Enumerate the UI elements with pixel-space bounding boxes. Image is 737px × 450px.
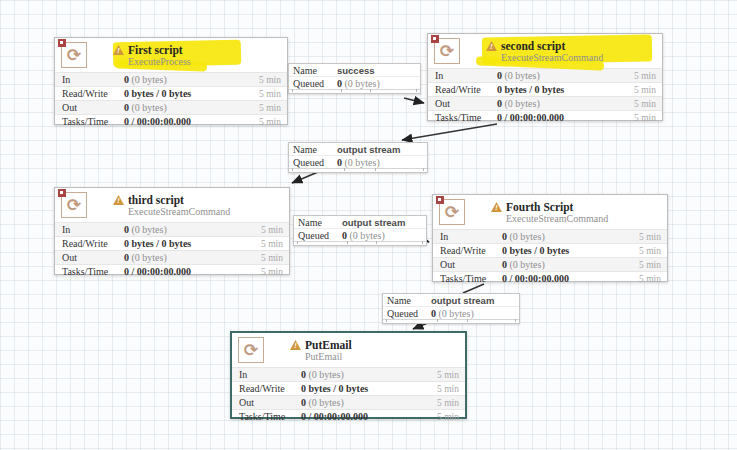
stat-row-tasks: Tasks/Time 0 / 00:00:00.000 5 min — [55, 264, 289, 278]
processor-title: Fourth Script — [506, 201, 573, 213]
queue-size-bar — [289, 168, 427, 172]
processor-second-script[interactable]: ⟳ ! second script ExecuteStreamCommand I… — [427, 33, 663, 121]
stat-row-in: In 0 (0 bytes) 5 min — [232, 367, 465, 381]
warning-icon: ! — [113, 195, 124, 205]
processor-header: ⟳ ! second script ExecuteStreamCommand — [428, 34, 662, 68]
processor-title: second script — [501, 40, 565, 52]
stat-row-in: In 0 (0 bytes) 5 min — [55, 222, 289, 236]
connection-label-output-stream-1[interactable]: Name output stream Queued 0 (0 bytes) — [288, 142, 428, 173]
warning-icon: ! — [486, 41, 497, 51]
stat-row-tasks: Tasks/Time 0 / 00:00:00.000 5 min — [428, 110, 662, 124]
processor-type: PutEmail — [305, 351, 465, 362]
processor-header: ⟳ ! PutEmail PutEmail — [232, 333, 465, 367]
processor-fourth-script[interactable]: ⟳ ! Fourth Script ExecuteStreamCommand I… — [432, 194, 668, 282]
stat-row-out: Out 0 (0 bytes) 5 min — [55, 250, 289, 264]
processor-header: ⟳ ! Fourth Script ExecuteStreamCommand — [433, 195, 667, 229]
processor-title: third script — [128, 194, 184, 206]
arrow-second-to-label[interactable] — [402, 124, 497, 140]
connection-label-output-stream-3[interactable]: Name output stream Queued 0 (0 bytes) — [382, 293, 520, 324]
processor-putemail[interactable]: ⟳ ! PutEmail PutEmail In 0 (0 bytes) 5 m… — [230, 331, 467, 419]
stat-row-tasks: Tasks/Time 0 / 00:00:00.000 5 min — [433, 271, 667, 285]
processor-title: PutEmail — [305, 339, 352, 351]
queue-size-bar — [289, 89, 420, 93]
queue-size-bar — [383, 319, 519, 323]
arrow-label-to-second[interactable] — [404, 98, 424, 103]
processor-header: ⟳ ! third script ExecuteStreamCommand — [55, 188, 289, 222]
processor-type: ExecuteStreamCommand — [128, 206, 289, 217]
arrow-fourth-to-label[interactable] — [463, 284, 484, 293]
processor-third-script[interactable]: ⟳ ! third script ExecuteStreamCommand In… — [54, 187, 290, 275]
stat-row-readwrite: Read/Write 0 bytes / 0 bytes 5 min — [55, 236, 289, 250]
processor-first-script[interactable]: ⟳ ! First script ExecuteProcess In 0 (0 … — [54, 37, 288, 125]
stat-row-out: Out 0 (0 bytes) 5 min — [55, 100, 287, 114]
stat-row-in: In 0 (0 bytes) 5 min — [428, 68, 662, 82]
queue-size-bar — [294, 241, 426, 245]
warning-icon: ! — [491, 202, 502, 212]
connection-label-success[interactable]: Name success Queued 0 (0 bytes) — [288, 63, 421, 94]
stat-row-out: Out 0 (0 bytes) 5 min — [428, 96, 662, 110]
processor-header: ⟳ ! First script ExecuteProcess — [55, 38, 287, 72]
stat-row-tasks: Tasks/Time 0 / 00:00:00.000 5 min — [232, 409, 465, 423]
stat-row-in: In 0 (0 bytes) 5 min — [433, 229, 667, 243]
stat-row-out: Out 0 (0 bytes) 5 min — [232, 395, 465, 409]
processor-type: ExecuteProcess — [128, 56, 287, 67]
stat-row-tasks: Tasks/Time 0 / 00:00:00.000 5 min — [55, 114, 287, 128]
nifi-flow-canvas[interactable]: ⟳ ! First script ExecuteProcess In 0 (0 … — [0, 0, 737, 450]
stat-row-readwrite: Read/Write 0 bytes / 0 bytes 5 min — [433, 243, 667, 257]
stat-row-readwrite: Read/Write 0 bytes / 0 bytes 5 min — [55, 86, 287, 100]
stat-row-readwrite: Read/Write 0 bytes / 0 bytes 5 min — [232, 381, 465, 395]
stat-row-out: Out 0 (0 bytes) 5 min — [433, 257, 667, 271]
warning-icon: ! — [290, 340, 301, 350]
processor-type: ExecuteStreamCommand — [506, 213, 667, 224]
processor-title: First script — [128, 44, 183, 56]
warning-icon: ! — [113, 45, 124, 55]
stat-row-in: In 0 (0 bytes) 5 min — [55, 72, 287, 86]
stat-row-readwrite: Read/Write 0 bytes / 0 bytes 5 min — [428, 82, 662, 96]
processor-type: ExecuteStreamCommand — [501, 52, 662, 63]
connection-label-output-stream-2[interactable]: Name output stream Queued 0 (0 bytes) — [293, 215, 427, 246]
